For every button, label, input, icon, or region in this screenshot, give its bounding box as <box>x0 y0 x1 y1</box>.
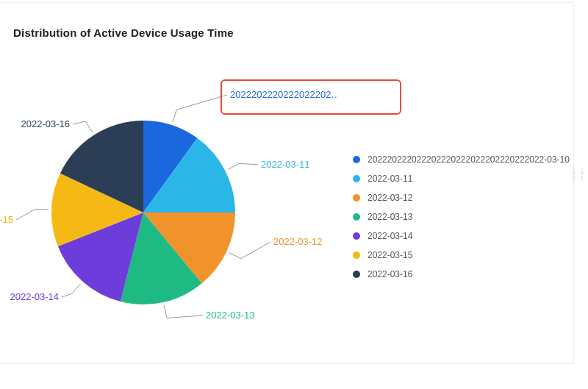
legend-swatch-icon <box>353 156 360 163</box>
legend-label: 2022-03-11 <box>368 169 412 188</box>
slice-label: 2022-03-11 <box>261 159 310 170</box>
legend-swatch-icon <box>353 251 360 259</box>
legend-swatch-icon <box>353 194 360 201</box>
chart-title: Distribution of Active Device Usage Time <box>13 26 234 39</box>
legend-label: 202220222022202220222022202220222022-03-… <box>368 150 570 169</box>
slice-label: 2022-03-14 <box>10 291 60 302</box>
legend-label: 2022-03-13 <box>368 207 412 226</box>
slice-label: 2022-03-15 <box>0 214 13 225</box>
leader-line <box>73 121 93 132</box>
legend-label: 2022-03-12 <box>368 188 412 207</box>
leader-line <box>164 305 203 318</box>
legend-swatch-icon <box>353 213 360 221</box>
leader-line <box>62 284 81 297</box>
legend-swatch-icon <box>353 232 360 240</box>
legend-item[interactable]: 2022-03-12 <box>353 188 570 207</box>
leader-line <box>173 95 227 122</box>
pie-svg: 2022202220222022202…2022-03-112022-03-12… <box>0 62 338 356</box>
legend-item[interactable]: 2022-03-13 <box>353 207 570 226</box>
legend: 202220222022202220222022202220222022-03-… <box>353 150 570 284</box>
leader-line <box>228 163 258 169</box>
leader-line <box>16 209 49 220</box>
slice-label: 2022202220222022202… <box>230 89 338 100</box>
legend-swatch-icon <box>353 271 360 278</box>
legend-item[interactable]: 2022-03-15 <box>353 246 570 265</box>
legend-label: 2022-03-14 <box>368 226 412 246</box>
legend-item[interactable]: 2022-03-16 <box>353 265 570 284</box>
legend-item[interactable]: 202220222022202220222022202220222022-03-… <box>353 150 570 169</box>
legend-label: 2022-03-15 <box>368 246 412 265</box>
resize-handle-icon[interactable]: ⋮⋮⋮⋮⋮⋮ <box>570 168 578 182</box>
slice-label: 2022-03-13 <box>206 310 255 321</box>
legend-item[interactable]: 2022-03-14 <box>353 226 570 246</box>
leader-line <box>229 242 270 259</box>
pie-chart[interactable]: 2022202220222022202…2022-03-112022-03-12… <box>0 62 338 356</box>
slice-label: 2022-03-16 <box>21 118 71 129</box>
legend-label: 2022-03-16 <box>368 265 412 284</box>
legend-item[interactable]: 2022-03-11 <box>353 169 570 188</box>
legend-swatch-icon <box>353 175 360 182</box>
slice-label: 2022-03-12 <box>273 236 323 247</box>
chart-card: Distribution of Active Device Usage Time… <box>0 3 573 363</box>
